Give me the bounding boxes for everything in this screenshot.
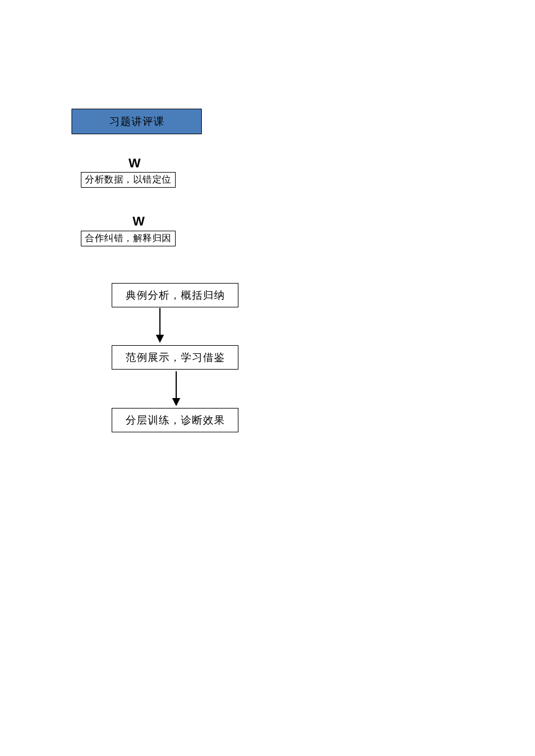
- step-text-5: 分层训练，诊断效果: [126, 413, 225, 427]
- arrow-head: [156, 335, 164, 343]
- step-text-3: 典例分析，概括归纳: [126, 288, 225, 302]
- w-marker-2: W: [133, 214, 145, 229]
- step-text-4: 范例展示，学习借鉴: [126, 350, 225, 364]
- step-text-1: 分析数据，以错定位: [85, 174, 172, 184]
- step-box-3: 典例分析，概括归纳: [112, 283, 238, 307]
- header-box: 习题讲评课: [72, 109, 202, 134]
- arrow-head: [172, 398, 180, 406]
- header-text: 习题讲评课: [109, 114, 165, 128]
- step-box-5: 分层训练，诊断效果: [112, 408, 238, 432]
- step-box-1: 分析数据，以错定位: [81, 172, 176, 188]
- w-marker-1: W: [129, 156, 141, 171]
- arrow-down-icon: [172, 371, 180, 406]
- arrow-line: [159, 308, 160, 335]
- arrow-line: [176, 371, 177, 398]
- step-text-2: 合作纠错，解释归因: [85, 233, 172, 243]
- step-box-2: 合作纠错，解释归因: [81, 231, 176, 246]
- step-box-4: 范例展示，学习借鉴: [112, 345, 238, 370]
- arrow-down-icon: [156, 308, 164, 343]
